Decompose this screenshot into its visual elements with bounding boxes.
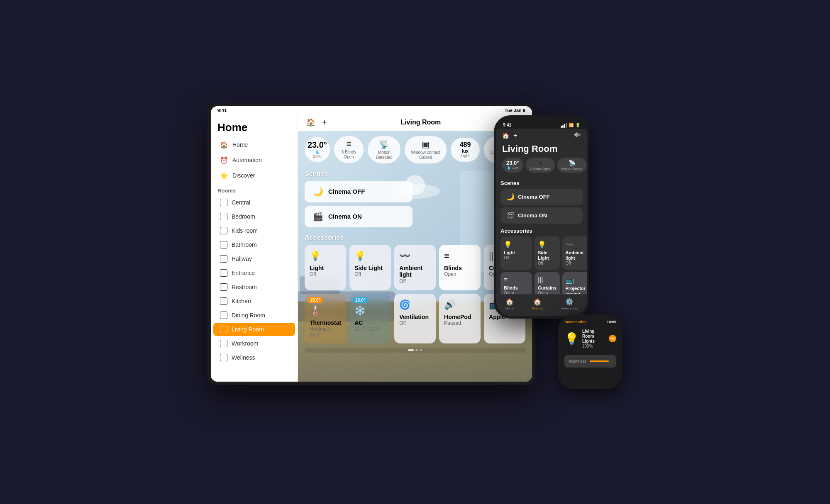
cinema-off-name: Cinema OFF <box>328 188 365 195</box>
phone-home-icon[interactable]: 🏠 <box>502 132 509 139</box>
phone-topbar: 🏠 + <box>496 129 587 142</box>
room-label-workroom: Workroom <box>232 340 258 347</box>
sidebar-item-automation[interactable]: ⏰ Automation <box>213 153 295 168</box>
topbar-add-icon[interactable]: + <box>322 118 327 127</box>
sidebar-item-discover-label: Discover <box>232 172 255 179</box>
blinds-label: 3 Blinds Open <box>340 150 358 160</box>
acc-ventilation[interactable]: 🌀 Ventilation Off <box>394 294 436 344</box>
svg-rect-15 <box>576 133 576 136</box>
svg-rect-17 <box>578 133 578 136</box>
phone-tab-home-label: Home <box>505 307 514 310</box>
sidebar-item-discover[interactable]: ⭐ Discover <box>213 168 295 183</box>
phone-ambient-icon: 〰️ <box>566 241 587 248</box>
phone-acc-blinds-status: Open <box>504 291 529 294</box>
acc-ventilation-name: Ventilation <box>399 314 429 321</box>
room-icon-bedroom <box>220 213 227 220</box>
motion-sensor[interactable]: 📡 Motion Detected <box>368 136 400 163</box>
sidebar-room-dining[interactable]: Dining Room <box>213 309 295 322</box>
scenes-list: 🌙 Cinema OFF 🎬 Cinema ON <box>305 181 525 227</box>
watch-device-info: Living RoomLights 100% <box>582 329 605 348</box>
svg-rect-19 <box>580 134 580 135</box>
light-sensor[interactable]: 489 lux Light <box>451 138 480 162</box>
phone-acc-blinds[interactable]: ≡ Blinds Open <box>500 272 532 294</box>
tablet: 9:41 Tue Jan 9 Home 🏠 Home ⏰ Automation <box>208 103 535 385</box>
svg-rect-20 <box>581 134 581 135</box>
watch-device-row: 💡 Living RoomLights 100% ••• <box>564 329 616 348</box>
acc-ac-status: 21.0°–23.0° <box>354 326 381 332</box>
watch-header: Accessories 10:09 <box>560 317 620 326</box>
phone-acc-projector[interactable]: 📺 Projector screen Open <box>562 272 587 294</box>
phone-blinds-sensor[interactable]: ≡ 3 Blinds Open <box>526 158 555 173</box>
phone-siri-icon[interactable] <box>574 132 581 139</box>
phone-acc-ambient-name: Ambient light <box>566 250 587 261</box>
acc-blinds[interactable]: ≡ Blinds Open <box>439 245 481 290</box>
acc-ambient-status: Off <box>399 278 406 284</box>
room-icon-living <box>220 326 227 333</box>
sidebar-room-living[interactable]: Living Room <box>213 323 295 336</box>
phone-tab-rooms[interactable]: 🏠 Rooms <box>532 298 543 310</box>
cinema-on-name: Cinema ON <box>328 213 362 220</box>
sidebar-room-kitchen[interactable]: Kitchen <box>213 295 295 308</box>
phone-acc-ambient[interactable]: 〰️ Ambient light Off <box>562 236 587 270</box>
sidebar-room-wellness[interactable]: Wellness <box>213 351 295 364</box>
phone-temp-sensor[interactable]: 23.0° 💧 32% <box>502 158 523 173</box>
motion-icon: 📡 <box>379 139 389 149</box>
window-sensor[interactable]: ▣ Window contact Closed <box>405 136 447 163</box>
topbar-home-icon[interactable]: 🏠 <box>306 118 315 127</box>
acc-ac[interactable]: 23.0° ❄️ AC 21.0°–23.0° <box>349 294 391 344</box>
phone-acc-light[interactable]: 💡 Light Off <box>500 236 532 270</box>
phone-acc-sidelight[interactable]: 💡 Side Light Off <box>535 236 560 270</box>
phone-projector-icon: 📺 <box>566 276 587 284</box>
scene-container: 9:41 Tue Jan 9 Home 🏠 Home ⏰ Automation <box>208 103 622 402</box>
acc-side-light[interactable]: 💡 Side Light Off <box>349 245 391 290</box>
temp-sensor[interactable]: 23.0° 💧 32% <box>305 137 330 162</box>
phone-scroll: Scenes 🌙 Cinema OFF 🎬 Cinema ON Accessor… <box>496 177 587 294</box>
discover-icon: ⭐ <box>220 172 228 180</box>
room-icon-hallway <box>220 255 227 263</box>
acc-homepod[interactable]: 🔊 HomePod Paused <box>439 294 481 344</box>
sidebar-room-bedroom[interactable]: Bedroom <box>213 210 295 223</box>
watch-light-icon: 💡 <box>564 332 579 346</box>
phone-tab-home[interactable]: 🏠 Home <box>505 298 514 310</box>
scene-cinema-off[interactable]: 🌙 Cinema OFF <box>305 181 413 202</box>
sidebar-item-home[interactable]: 🏠 Home <box>213 138 295 152</box>
phone-scene-on[interactable]: 🎬 Cinema ON <box>500 207 583 224</box>
phone-sidelight-icon: 💡 <box>538 241 557 248</box>
sidebar-room-kids[interactable]: Kids room <box>213 224 295 237</box>
phone-add-icon[interactable]: + <box>513 132 517 139</box>
acc-thermostat[interactable]: 23.0° 🌡️ Thermostat Heating to 23.0° <box>305 294 346 344</box>
sidebar-room-workroom[interactable]: Workroom <box>213 337 295 350</box>
phone-acc-curtains-status: Open <box>538 291 557 294</box>
phone-notch <box>523 118 560 127</box>
sidebar-room-entrance[interactable]: Entrance <box>213 266 295 280</box>
room-icon-wellness <box>220 354 227 361</box>
sidebar-item-home-label: Home <box>232 141 248 148</box>
phone-content: 🏠 + L <box>496 129 587 316</box>
acc-thermostat-icon: 🌡️ <box>310 305 321 316</box>
tablet-time: 9:41 <box>217 108 227 113</box>
watch-more-button[interactable]: ••• <box>609 335 616 342</box>
phone-scene-off-icon: 🌙 <box>506 193 515 201</box>
sidebar-room-bathroom[interactable]: Bathroom <box>213 238 295 251</box>
phone-acc-ambient-status: Off <box>566 261 587 265</box>
rooms-section-title: Rooms <box>211 183 298 195</box>
blinds-sensor[interactable]: ≡ 3 Blinds Open <box>334 136 364 163</box>
motion-label: Motion Detected <box>374 150 395 160</box>
phone-motion-sensor[interactable]: 📡 Motion Sensor <box>557 158 587 173</box>
cinema-off-icon: 🌙 <box>313 187 323 197</box>
phone-tabbar: 🏠 Home 🏠 Rooms ⚙️ Automation <box>496 294 587 316</box>
phone-acc-curtains[interactable]: ||| Curtains Open <box>535 272 560 294</box>
acc-light[interactable]: 💡 Light Off <box>305 245 346 290</box>
sidebar-room-central[interactable]: Central <box>213 196 295 209</box>
acc-ambient[interactable]: 〰️ Ambient light Off <box>394 245 436 290</box>
phone-tab-home-icon: 🏠 <box>505 298 514 306</box>
sidebar-room-hallway[interactable]: Hallway <box>213 252 295 265</box>
acc-ventilation-status: Off <box>399 320 406 326</box>
room-icon-kitchen <box>220 297 227 305</box>
sidebar-room-restroom[interactable]: Restroom <box>213 280 295 294</box>
scene-cinema-on[interactable]: 🎬 Cinema ON <box>305 206 413 227</box>
phone-tab-automation[interactable]: ⚙️ Automation <box>561 298 578 310</box>
accessories-title: Accessories <box>305 234 525 241</box>
accessories-grid: 💡 Light Off 💡 Side Light Off <box>305 245 525 344</box>
phone-scene-off[interactable]: 🌙 Cinema OFF <box>500 189 583 205</box>
